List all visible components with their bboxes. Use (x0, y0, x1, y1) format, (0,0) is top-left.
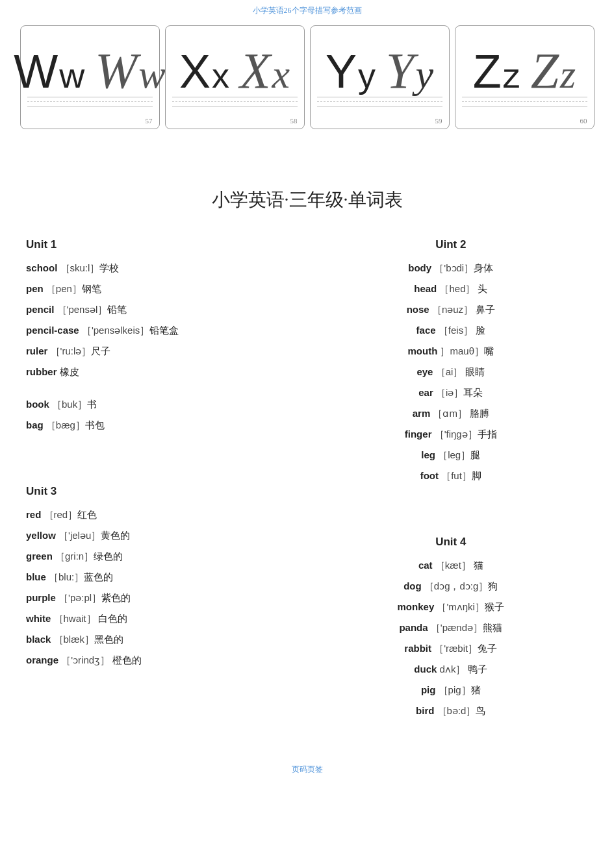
vocab-container: Unit 1 school ［sku:l］学校 pen ［pen］钢笔 penc… (0, 238, 614, 738)
chinese-book: 书 (87, 399, 97, 410)
phonetic-foot: ［fut］ (441, 470, 472, 481)
unit4-entry-pig: pig ［pig］猪 (314, 682, 589, 698)
chinese-bag: 书包 (85, 420, 105, 430)
unit3-section: Unit 3 red ［red］红色 yellow ［'jeləu］黄色的 gr… (26, 485, 301, 668)
letter-cards-row: W w W w 57 X x X x (0, 19, 614, 136)
chinese-blue: 蓝色的 (84, 572, 113, 582)
word-head: head (414, 283, 437, 294)
word-monkey: monkey (398, 601, 435, 612)
phonetic-black: ［blæk］ (54, 634, 95, 645)
phonetic-bird: ［bə:d］ (437, 705, 476, 716)
letter-card-ww: W w W w 57 (20, 25, 160, 129)
word-blue: blue (26, 571, 46, 582)
chinese-purple: 紫色的 (101, 593, 131, 603)
card-lines-z (462, 97, 587, 110)
word-rubber: rubber (26, 366, 57, 377)
chinese-nose: 鼻子 (473, 304, 495, 315)
unit1-section: Unit 1 school ［sku:l］学校 pen ［pen］钢笔 penc… (26, 238, 301, 433)
page-title: 小学英语·三年级·单词表 (0, 188, 614, 212)
unit2-entry-mouth: mouth ］mauθ］嘴 (314, 343, 589, 359)
unit2-entry-finger: finger ［'fiŋgə］手指 (314, 427, 589, 442)
bottom-nav[interactable]: 页码页签 (0, 764, 614, 788)
phonetic-book: ［buk］ (52, 399, 87, 410)
word-orange: orange (26, 654, 58, 665)
chinese-monkey: 猴子 (485, 602, 504, 612)
phonetic-mouth: ］mauθ］ (440, 345, 484, 356)
chinese-rabbit: 兔子 (478, 643, 497, 654)
letter-card-yy: Y y Y y 59 (310, 25, 450, 129)
phonetic-pencilcase: ［'pensəlkeis］ (82, 325, 149, 336)
unit3-entry-black: black ［blæk］黑色的 (26, 632, 301, 647)
chinese-black: 黑色的 (94, 634, 123, 645)
card-lines-w (27, 97, 153, 110)
unit3-entry-green: green ［gri:n］绿色的 (26, 549, 301, 564)
unit3-entry-white: white ［hwait］ 白色的 (26, 611, 301, 626)
unit1-heading: Unit 1 (26, 238, 301, 251)
letter-cursive-upper-w: W (95, 45, 137, 96)
chinese-arm: 胳膊 (467, 408, 489, 419)
word-bird: bird (416, 705, 434, 716)
phonetic-pencil: ［'pensəl］ (57, 304, 108, 315)
card-number-z: 60 (580, 117, 587, 125)
word-duck: duck (414, 663, 437, 675)
letter-print-upper-y: Y (326, 48, 357, 95)
word-pencil: pencil (26, 304, 54, 315)
word-purple: purple (26, 592, 56, 603)
phonetic-cat: ［kæt］ (435, 560, 471, 571)
word-red: red (26, 509, 41, 520)
chinese-yellow: 黄色的 (101, 530, 130, 541)
word-mouth: mouth (407, 345, 437, 356)
chinese-school: 学校 (99, 263, 119, 273)
letter-print-lower-y: y (358, 58, 376, 93)
chinese-mouth: 嘴 (484, 346, 494, 356)
letter-print-lower-x: x (212, 58, 229, 93)
word-white: white (26, 613, 51, 624)
phonetic-green: ［gri:n］ (55, 551, 94, 562)
page-spacer (0, 149, 614, 188)
unit2-entry-arm: arm ［ɑm］ 胳膊 (314, 406, 589, 421)
phonetic-ruler: ［'ru:lə］ (51, 345, 92, 356)
word-book: book (26, 399, 49, 410)
unit3-entry-yellow: yellow ［'jeləu］黄色的 (26, 528, 301, 543)
letter-cursive-upper-y: Y (386, 45, 414, 96)
chinese-ruler: 尺子 (91, 346, 110, 356)
letter-cursive-lower-w: w (138, 54, 165, 94)
phonetic-face: ［feis］ (439, 325, 473, 336)
phonetic-school: ［sku:l］ (60, 262, 100, 273)
vocab-left-column: Unit 1 school ［sku:l］学校 pen ［pen］钢笔 penc… (19, 238, 307, 738)
chinese-pencil: 铅笔 (107, 304, 127, 315)
word-eye: eye (416, 366, 433, 377)
phonetic-white: ［hwait］ (54, 613, 96, 624)
phonetic-pen: ［pen］ (46, 283, 82, 294)
chinese-ear: 耳朵 (463, 388, 483, 398)
chinese-body: 身体 (474, 263, 493, 273)
unit1-entry-book: book ［buk］书 (26, 397, 301, 412)
chinese-panda: 熊猫 (483, 623, 502, 633)
unit3-heading: Unit 3 (26, 485, 301, 498)
card-number-x: 58 (290, 117, 298, 125)
card-lines-x (172, 97, 298, 110)
unit1-entry-school: school ［sku:l］学校 (26, 260, 301, 276)
phonetic-rabbit: ［'ræbit］ (434, 643, 478, 654)
unit2-entry-body: body ［'bɔdi］身体 (314, 260, 589, 276)
unit4-entry-bird: bird ［bə:d］鸟 (314, 703, 589, 719)
phonetic-ear: ［iə］ (436, 387, 463, 398)
phonetic-eye: ［ai］ (436, 366, 463, 377)
unit4-entry-monkey: monkey ［'mʌŋki］猴子 (314, 599, 589, 615)
phonetic-bag: ［bæg］ (46, 419, 85, 430)
word-face: face (416, 325, 436, 336)
phonetic-dog: ［dɔg，dɔ:g］ (424, 580, 489, 591)
phonetic-leg: ［leg］ (438, 449, 470, 460)
word-leg: leg (421, 449, 435, 460)
unit1-entry-pencilcase: pencil-case ［'pensəlkeis］铅笔盒 (26, 323, 301, 338)
chinese-red: 红色 (77, 510, 97, 520)
letter-card-zz: Z z Z z 60 (455, 25, 595, 129)
unit2-entry-head: head ［hed］ 头 (314, 281, 589, 297)
letter-cursive-upper-z: Z (531, 45, 559, 96)
unit1-entry-ruler: ruler ［'ru:lə］尺子 (26, 343, 301, 359)
phonetic-finger: ［'fiŋgə］ (435, 428, 478, 440)
word-ruler: ruler (26, 345, 47, 356)
chinese-bird: 鸟 (476, 706, 485, 716)
chinese-pig: 猪 (471, 685, 481, 695)
card-number-y: 59 (435, 117, 442, 125)
